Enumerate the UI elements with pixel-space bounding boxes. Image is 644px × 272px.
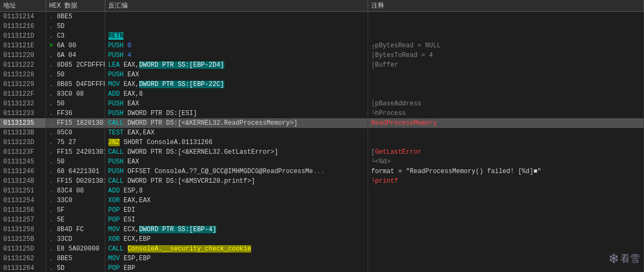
cell-disasm: PUSH EAX	[105, 70, 368, 80]
cell-hex: . FF15 18201301	[46, 118, 105, 128]
cell-addr: 01131256	[0, 205, 46, 215]
cell-addr: 01131257	[0, 215, 46, 225]
cell-hex: . 8B4D FC	[46, 225, 105, 234]
table-row[interactable]: 01131232. 50PUSH EAX│pBaseAddress	[0, 99, 644, 109]
cell-hex: . E8 5A020000	[46, 244, 105, 254]
cell-addr: 01131220	[0, 51, 46, 60]
cell-disasm: ADD EAX,8	[105, 89, 368, 99]
cell-hex: . 83C4 08	[46, 186, 105, 196]
table-row[interactable]: 01131262. 8BE5MOV ESP,EBP	[0, 254, 644, 263]
cell-comment: └<%d>	[368, 157, 644, 167]
cell-disasm: PUSH DWORD PTR DS:[ESI]	[105, 109, 368, 118]
cell-comment	[368, 89, 644, 99]
cell-disasm: XOR EAX,EAX	[105, 196, 368, 205]
cell-addr: 0113125D	[0, 244, 46, 254]
cell-hex: > 6A 00	[46, 41, 105, 51]
table-row[interactable]: 01131220. 6A 04PUSH 4│BytesToRead = 4	[0, 51, 644, 60]
cell-disasm: MOV ECX,DWORD PTR SS:[EBP-4]	[105, 225, 368, 234]
cell-comment: └printf	[368, 176, 644, 186]
cell-addr: 0113122F	[0, 89, 46, 99]
cell-hex: . C3	[46, 31, 105, 41]
table-row[interactable]: 01131256. 5FPOP EDI	[0, 205, 644, 215]
cell-addr: 01131264	[0, 263, 46, 273]
table-row[interactable]: 01131228. 50PUSH EAX	[0, 70, 644, 80]
table-row[interactable]: 01131235. FF15 18201301CALL DWORD PTR DS…	[0, 118, 644, 128]
table-row[interactable]: 01131257. 5EPOP ESI	[0, 215, 644, 225]
cell-disasm: CALL DWORD PTR DS:[<&KERNEL32.ReadProces…	[105, 118, 368, 128]
table-row[interactable]: 0113124B. FF15 D0201301CALL DWORD PTR DS…	[0, 176, 644, 186]
cell-hex: . 5D	[46, 22, 105, 31]
cell-hex: . 5E	[46, 215, 105, 225]
cell-hex: . 50	[46, 157, 105, 167]
cell-disasm: CALL ConsoleA.__security_check_cookie	[105, 244, 368, 254]
cell-addr: 01131235	[0, 118, 46, 128]
table-row[interactable]: 01131233. FF36PUSH DWORD PTR DS:[ESI]└hP…	[0, 109, 644, 118]
cell-comment: ┌pBytesRead = NULL	[368, 41, 644, 51]
cell-addr: 0113123B	[0, 128, 46, 138]
table-row[interactable]: 0113125B. 33CDXOR ECX,EBP	[0, 234, 644, 244]
cell-hex: . 8BE5	[46, 12, 105, 22]
watermark-text: 看雪	[620, 252, 640, 265]
cell-comment	[368, 234, 644, 244]
cell-hex: . 83C0 08	[46, 89, 105, 99]
table-row[interactable]: 0113123B. 85C0TEST EAX,EAX	[0, 128, 644, 138]
cell-comment	[368, 12, 644, 22]
table-row[interactable]: 0113121D. C3RETN	[0, 31, 644, 41]
cell-addr: 01131245	[0, 157, 46, 167]
disassembly-table: 地址 HEX 数据 反汇编 注释 01131214. 8BE501131216.…	[0, 0, 644, 272]
table-row[interactable]: 01131214. 8BE5	[0, 12, 644, 22]
cell-comment	[368, 22, 644, 31]
cell-addr: 0113125B	[0, 234, 46, 244]
cell-hex: . 75 27	[46, 138, 105, 147]
cell-comment	[368, 205, 644, 215]
table-row[interactable]: 0113121E> 6A 00PUSH 0┌pBytesRead = NULL	[0, 41, 644, 51]
table-row[interactable]: 01131264. 5DPOP EBP	[0, 263, 644, 273]
cell-disasm: PUSH 4	[105, 51, 368, 60]
cell-disasm: POP EBP	[105, 263, 368, 273]
cell-disasm: POP ESI	[105, 215, 368, 225]
header-hex: HEX 数据	[46, 0, 105, 12]
cell-comment	[368, 186, 644, 196]
cell-comment: │BytesToRead = 4	[368, 51, 644, 60]
table-row[interactable]: 01131245. 50PUSH EAX└<%d>	[0, 157, 644, 167]
cell-comment	[368, 31, 644, 41]
cell-addr: 01131233	[0, 109, 46, 118]
cell-disasm	[105, 22, 368, 31]
cell-disasm: RETN	[105, 31, 368, 41]
table-row[interactable]: 01131254. 33C0XOR EAX,EAX	[0, 196, 644, 205]
table-row[interactable]: 01131216. 5D	[0, 22, 644, 31]
cell-addr: 01131232	[0, 99, 46, 109]
cell-disasm: POP EDI	[105, 205, 368, 215]
table-row[interactable]: 01131258. 8B4D FCMOV ECX,DWORD PTR SS:[E…	[0, 225, 644, 234]
table-row[interactable]: 01131222. 8D85 2CFDFFFFLEA EAX,DWORD PTR…	[0, 60, 644, 70]
cell-hex: . FF15 D0201301	[46, 176, 105, 186]
cell-hex: . 8BE5	[46, 254, 105, 263]
cell-comment	[368, 254, 644, 263]
cell-hex: . 50	[46, 99, 105, 109]
cell-addr: 0113123F	[0, 147, 46, 157]
table-row[interactable]: 01131229. 8B85 D4FDFFFFMOV EAX,DWORD PTR…	[0, 80, 644, 89]
table-row[interactable]: 01131251. 83C4 08ADD ESP,8	[0, 186, 644, 196]
table-row[interactable]: 0113125D. E8 5A020000CALL ConsoleA.__sec…	[0, 244, 644, 254]
cell-disasm	[105, 12, 368, 22]
cell-disasm: XOR ECX,EBP	[105, 234, 368, 244]
cell-comment	[368, 244, 644, 254]
table-row[interactable]: 01131246. 68 64221301PUSH OFFSET Console…	[0, 167, 644, 176]
cell-addr: 0113121D	[0, 31, 46, 41]
header-addr: 地址	[0, 0, 46, 12]
table-row[interactable]: 0113122F. 83C0 08ADD EAX,8	[0, 89, 644, 99]
table-row[interactable]: 0113123D. 75 27JNZ SHORT ConsoleA.011312…	[0, 138, 644, 147]
cell-addr: 0113121E	[0, 41, 46, 51]
cell-comment	[368, 138, 644, 147]
cell-disasm: CALL DWORD PTR DS:[<&MSVCR120.printf>]	[105, 176, 368, 186]
cell-comment: [GetLastError	[368, 147, 644, 157]
header-disasm: 反汇编	[105, 0, 368, 12]
cell-disasm: ADD ESP,8	[105, 186, 368, 196]
cell-hex: . 68 64221301	[46, 167, 105, 176]
cell-addr: 01131214	[0, 12, 46, 22]
cell-hex: . 8D85 2CFDFFFF	[46, 60, 105, 70]
cell-addr: 01131246	[0, 167, 46, 176]
cell-hex: . 85C0	[46, 128, 105, 138]
cell-disasm: CALL DWORD PTR DS:[<&KERNEL32.GetLastErr…	[105, 147, 368, 157]
table-row[interactable]: 0113123F. FF15 24201301CALL DWORD PTR DS…	[0, 147, 644, 157]
